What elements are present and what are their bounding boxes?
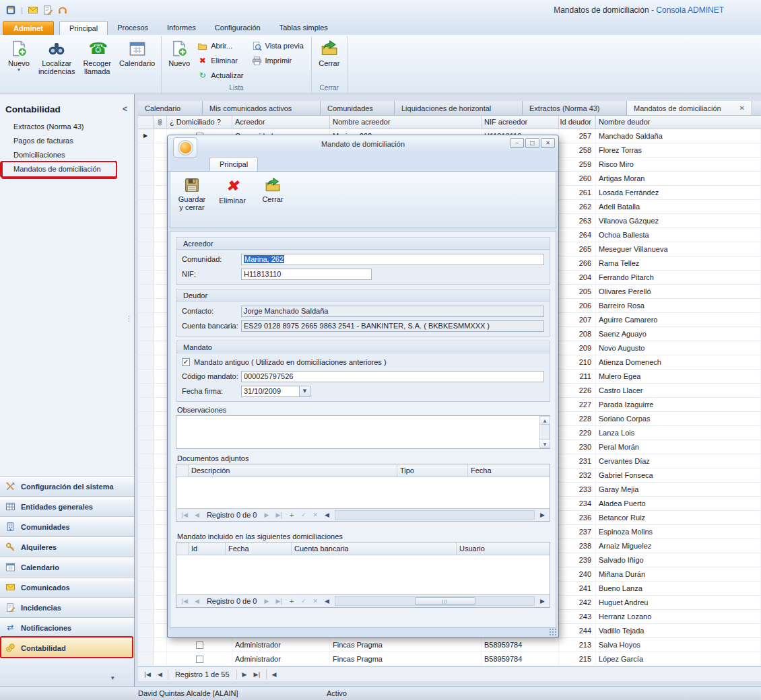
column-header-domiciliado[interactable]: ¿ Domiciliado ? <box>167 116 232 129</box>
ribbon-button-recoger-llamada[interactable]: ☎Recoger llamada <box>79 36 115 83</box>
sidebar-item-pagos-de-facturas[interactable]: Pagos de facturas <box>1 134 120 148</box>
doc-tab-calendario[interactable]: Calendario <box>138 101 203 115</box>
append-record-icon[interactable]: + <box>286 598 298 604</box>
prev-record-icon[interactable]: ◀ <box>191 598 203 604</box>
column-header-nombre_deudor[interactable]: Nombre deudor <box>596 116 761 129</box>
ribbon-button-nuevo[interactable]: Nuevo▾ <box>3 36 34 83</box>
doc-tab-mis-comunicados-activos[interactable]: Mis comunicados activos <box>203 101 321 115</box>
scrollbar-thumb[interactable] <box>415 597 475 605</box>
minimize-icon[interactable]: ─ <box>510 138 524 148</box>
scroll-right-icon[interactable]: ▶ <box>537 512 548 518</box>
guardar-y-cerrar-button[interactable]: Guardar y cerrar <box>172 174 212 225</box>
scroll-left-icon[interactable]: ◀ <box>269 671 280 678</box>
nav-item-configuracion-del-sistema[interactable]: Configuración del sistema <box>0 476 134 496</box>
nav-item-entidades-generales[interactable]: Entidades generales <box>0 496 134 516</box>
contacto-input[interactable]: Jorge Manchado Saldaña <box>241 306 544 317</box>
domiciliado-checkbox[interactable] <box>196 641 203 649</box>
scroll-left-icon[interactable]: ◀ <box>321 512 333 518</box>
headset-icon[interactable] <box>57 5 68 15</box>
ribbon-button-cerrar[interactable]: Cerrar <box>314 36 345 83</box>
append-record-icon[interactable]: + <box>286 512 298 518</box>
tab-configuracion[interactable]: Configuración <box>205 21 270 35</box>
mandato-antiguo-checkbox[interactable]: ✓ <box>182 358 190 366</box>
ribbon-button-vista-previa[interactable]: Vista previa <box>249 38 309 53</box>
ribbon-button-nuevo-lista[interactable]: Nuevo <box>164 36 195 83</box>
table-row[interactable]: AdministradorFincas PragmaB58959784213Sa… <box>138 638 761 652</box>
resize-grip[interactable] <box>549 628 557 636</box>
doc-tab-comunidades[interactable]: Comunidades <box>321 101 395 115</box>
scroll-left-icon[interactable]: ◀ <box>321 598 333 604</box>
domiciliaciones-grid-body[interactable] <box>176 555 550 594</box>
column-header-id_deudor[interactable]: Id deudor <box>559 116 596 129</box>
next-record-icon[interactable]: ▶ <box>261 512 273 518</box>
prev-record-icon[interactable]: ◀ <box>191 512 203 518</box>
nav-item-notificaciones[interactable]: ⇄Notificaciones <box>0 617 134 637</box>
nav-item-alquileres[interactable]: Alquileres <box>0 536 134 557</box>
close-icon[interactable]: ✕ <box>541 138 555 148</box>
tab-procesos[interactable]: Procesos <box>108 21 158 35</box>
documentos-column-fecha[interactable]: Fecha <box>468 464 550 477</box>
comunidad-input[interactable]: Marina, 262 <box>241 254 544 265</box>
cuenta-bancaria-input[interactable]: ES29 0128 8975 2665 9863 2541 - BANKINTE… <box>241 320 544 332</box>
cancel-edit-icon[interactable]: ✕ <box>309 598 321 604</box>
sidebar-item-mandatos-de-domiciliacion[interactable]: Mandatos de domiciliación <box>1 162 116 176</box>
sidebar-item-extractos-norma-43[interactable]: Extractos (Norma 43) <box>1 120 120 134</box>
nav-item-contabilidad[interactable]: Contabilidad <box>0 637 134 658</box>
nav-item-calendario[interactable]: Calendario <box>0 557 134 577</box>
post-edit-icon[interactable]: ✓ <box>298 598 310 604</box>
eliminar-button[interactable]: ✖ Eliminar <box>212 174 253 225</box>
nif-input[interactable]: H11813110 <box>241 269 372 280</box>
scroll-up-icon[interactable]: ▲ <box>539 416 550 425</box>
ribbon-button-imprimir[interactable]: Imprimir <box>249 53 309 68</box>
documentos-grid-body[interactable] <box>176 477 550 508</box>
doc-tab-mandatos-de-domiciliacion[interactable]: Mandatos de domiciliación✕ <box>627 101 752 115</box>
table-row[interactable]: AdministradorFincas PragmaB58959784215Ló… <box>138 652 761 666</box>
vertical-scrollbar[interactable]: ▲ ▼ <box>539 416 550 448</box>
chevron-down-icon[interactable]: ▾ <box>111 674 114 681</box>
column-header-indicator[interactable] <box>138 116 154 129</box>
ribbon-button-calendario[interactable]: Calendario <box>115 36 159 83</box>
domiciliado-checkbox[interactable] <box>196 656 203 663</box>
horizontal-scrollbar[interactable] <box>335 596 535 606</box>
nav-item-comunicados[interactable]: Comunicados <box>0 577 134 597</box>
tab-close-icon[interactable]: ✕ <box>739 102 745 115</box>
ribbon-button-eliminar[interactable]: ✖Eliminar <box>195 53 249 68</box>
first-record-icon[interactable]: |◀ <box>178 598 191 604</box>
first-record-icon[interactable]: |◀ <box>141 671 154 678</box>
app-icon[interactable] <box>5 5 16 15</box>
column-header-attach[interactable] <box>154 116 167 129</box>
cerrar-dialog-button[interactable]: Cerrar <box>253 174 293 225</box>
last-record-icon[interactable]: ▶| <box>272 598 286 604</box>
observaciones-textarea[interactable]: ▲ ▼ <box>176 415 550 449</box>
ribbon-button-actualizar[interactable]: ↻Actualizar <box>195 68 249 83</box>
tab-tablas-simples[interactable]: Tablas simples <box>270 21 337 35</box>
domiciliaciones-column-fecha[interactable]: Fecha <box>226 542 292 555</box>
codigo-mandato-input[interactable]: 000025797526 <box>241 371 544 382</box>
prev-record-icon[interactable]: ◀ <box>154 671 166 678</box>
dropdown-arrow-icon[interactable]: ▼ <box>299 386 310 397</box>
documentos-column-descripcion[interactable]: Descripción <box>189 464 397 477</box>
first-record-icon[interactable]: |◀ <box>178 512 191 518</box>
ribbon-button-localizar-incidencias[interactable]: Localizar incidencias <box>34 36 79 83</box>
scroll-right-icon[interactable]: ▶ <box>537 598 548 604</box>
tab-informes[interactable]: Informes <box>158 21 205 35</box>
sidebar-item-domiciliaciones[interactable]: Domiciliaciones <box>1 148 120 162</box>
documentos-column-tipo[interactable]: Tipo <box>397 464 468 477</box>
last-record-icon[interactable]: ▶| <box>272 512 286 518</box>
domiciliaciones-column-id[interactable]: Id <box>189 542 226 555</box>
last-record-icon[interactable]: ▶| <box>251 671 264 678</box>
doc-tab-liquidaciones-de-horizontal[interactable]: Liquidaciones de horizontal <box>395 101 523 115</box>
note-icon[interactable] <box>42 5 53 15</box>
next-record-icon[interactable]: ▶ <box>239 671 251 678</box>
horizontal-scrollbar[interactable] <box>335 510 535 520</box>
doc-tab-extractos-norma-43[interactable]: Extractos (Norma 43) <box>523 101 627 115</box>
nav-item-incidencias[interactable]: Incidencias <box>0 597 134 617</box>
next-record-icon[interactable]: ▶ <box>261 598 273 604</box>
column-header-acreedor[interactable]: Acreedor <box>232 116 330 129</box>
fecha-firma-input[interactable]: 31/10/2009 <box>241 386 299 397</box>
splitter-handle[interactable]: ⋮ <box>125 314 133 323</box>
scroll-down-icon[interactable]: ▼ <box>539 440 550 448</box>
tab-adminet[interactable]: Adminet <box>3 21 54 35</box>
column-header-nombre_acreedor[interactable]: Nombre acreedor <box>330 116 482 129</box>
domiciliaciones-column-usuario[interactable]: Usuario <box>457 542 550 555</box>
